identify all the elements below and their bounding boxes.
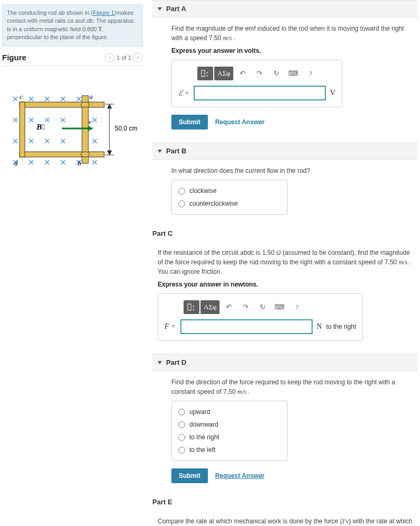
problem-statement: The conducting rod ab shown in (Figure 1… [2,4,143,47]
keyboard-button[interactable]: ⌨ [271,300,288,314]
part-e-header: Part E [152,494,418,510]
undo-button[interactable]: ↶ [234,67,250,80]
caret-icon [158,361,162,364]
svg-text:a: a [89,93,93,100]
part-a-question: Find the magnitude of the emf induced in… [171,24,407,43]
part-a-title: Part A [166,5,186,13]
part-b-question: In what direction does the current flow … [171,166,407,176]
figure-prev-button[interactable]: ‹ [105,53,114,62]
svg-marker-51 [107,104,112,108]
part-d-option-left[interactable]: to the left [178,444,281,456]
svg-text:x: x [193,307,195,311]
svg-rect-43 [20,152,104,157]
caret-icon [158,7,162,11]
svg-text:c: c [20,93,23,100]
part-a-submit-button[interactable]: Submit [171,115,208,130]
redo-button[interactable]: ↷ [238,300,253,314]
part-c-question: If the resistance of the circuit abdc is… [158,248,416,276]
figure-diagram: c a d b B⃗ v 50.0 cm [4,93,141,172]
svg-text:B⃗: B⃗ [36,123,44,131]
part-b-option-counterclockwise[interactable]: counterclockwise [178,197,281,210]
svg-point-46 [81,102,89,107]
part-d-option-downward[interactable]: downward [178,418,281,431]
undo-button[interactable]: ↶ [221,300,236,314]
part-a-express: Express your answer in volts. [171,47,407,54]
part-c-header: Part C [152,225,418,242]
part-a-input-card: xx ΑΣφ ↶ ↷ ↻ ⌨ ? ℰ = V [171,60,342,107]
templates-button[interactable]: xx [197,67,213,80]
part-b-option-clockwise[interactable]: clockwise [178,184,281,197]
greek-button[interactable]: ΑΣφ [214,67,233,80]
svg-rect-62 [202,70,205,77]
part-d-option-right[interactable]: to the right [178,431,281,444]
svg-rect-42 [20,102,104,107]
part-c-unit: N [317,322,322,331]
svg-text:d: d [14,159,18,167]
part-d-header[interactable]: Part D [152,354,418,371]
part-c-input-card: xx ΑΣφ ↶ ↷ ↻ ⌨ ? F = N to the right [158,293,363,341]
part-b-options: clockwise counterclockwise [171,180,288,215]
figure-next-button[interactable]: › [133,53,143,62]
svg-rect-44 [20,102,25,157]
templates-button[interactable]: xx [184,300,199,314]
part-a-header[interactable]: Part A [152,0,418,17]
svg-marker-49 [88,126,93,131]
keyboard-button[interactable]: ⌨ [285,67,302,80]
part-d-title: Part D [166,358,186,366]
svg-text:v: v [88,118,92,126]
svg-rect-65 [188,304,191,310]
redo-button[interactable]: ↷ [251,67,267,80]
part-a-answer-input[interactable] [194,86,326,100]
part-c-unit-suffix: to the right [326,323,357,330]
part-c-express: Express your answer in newtons. [158,281,416,288]
part-c-symbol: F = [165,322,176,331]
svg-text:b: b [78,159,81,167]
svg-text:50.0 cm: 50.0 cm [115,125,138,132]
part-d-request-answer[interactable]: Request Answer [215,472,265,479]
greek-button[interactable]: ΑΣφ [200,300,220,314]
part-c-title: Part C [152,229,172,237]
svg-marker-52 [107,151,112,155]
help-button[interactable]: ? [289,300,305,314]
part-e-title: Part E [152,498,172,506]
reset-button[interactable]: ↻ [254,300,270,314]
part-d-option-upward[interactable]: upward [178,405,281,418]
part-c-answer-input[interactable] [180,319,313,334]
part-b-title: Part B [166,147,186,155]
part-a-request-answer[interactable]: Request Answer [215,118,265,126]
part-d-options: upward downward to the right to the left [171,401,288,461]
figure-pager-text: 1 of 1 [116,54,131,61]
part-d-question: Find the direction of the force required… [171,377,407,396]
reset-button[interactable]: ↻ [268,67,284,80]
figure-title: Figure [2,53,26,62]
svg-point-47 [81,152,89,157]
help-button[interactable]: ? [303,67,318,80]
part-e-question: Compare the rate at which mechanical wor… [158,516,416,526]
part-a-symbol: ℰ = [178,89,189,98]
caret-icon [158,150,162,153]
figure-link[interactable]: Figure 1 [93,10,114,16]
part-a-unit: V [330,89,335,97]
part-b-header[interactable]: Part B [152,142,418,160]
part-d-submit-button[interactable]: Submit [171,468,208,483]
svg-text:x: x [206,73,208,77]
figure-header: Figure ‹ 1 of 1 › [2,53,143,66]
